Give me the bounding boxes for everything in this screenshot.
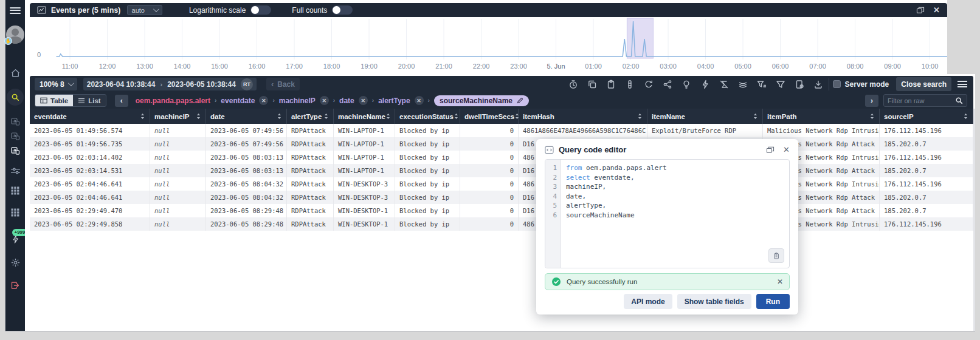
- bolt-icon[interactable]: [699, 78, 712, 91]
- breadcrumb-scroll-left[interactable]: ‹: [115, 95, 128, 107]
- breadcrumb-root-table[interactable]: oem.panda.paps.alert: [136, 97, 210, 105]
- no-group-icon[interactable]: [717, 78, 731, 91]
- sort-icon[interactable]: [277, 113, 282, 120]
- log-scale-toggle[interactable]: [250, 5, 271, 15]
- column-header-itemPath[interactable]: itemPath: [763, 109, 880, 124]
- back-button[interactable]: ‹Back: [266, 78, 300, 90]
- table-row[interactable]: 2023-06-05 02:29:49.470null2023-06-05 08…: [30, 204, 973, 217]
- filter-input[interactable]: [888, 97, 951, 104]
- log-scale-label: Logarithmic scale: [189, 6, 246, 15]
- data-search-1-icon[interactable]: [5, 117, 25, 126]
- home-icon[interactable]: [5, 68, 25, 78]
- realtime-badge[interactable]: RT: [241, 78, 253, 90]
- filter-values-icon[interactable]: [755, 78, 768, 91]
- copy-clipboard-icon[interactable]: [768, 248, 784, 263]
- breadcrumb-field-alertType[interactable]: alertType: [378, 97, 410, 105]
- breadcrumb-field-machineIP[interactable]: machineIP: [279, 97, 316, 105]
- full-counts-toggle[interactable]: [332, 5, 353, 15]
- table-row[interactable]: 2023-06-05 02:04:46.641null2023-06-05 08…: [30, 191, 973, 204]
- table-row[interactable]: 2023-06-05 02:03:14.402null2023-06-05 08…: [30, 151, 973, 164]
- data-search-2-icon[interactable]: [5, 131, 25, 141]
- sort-icon[interactable]: [963, 113, 968, 120]
- funnel-icon[interactable]: [774, 78, 787, 91]
- sort-icon[interactable]: [454, 113, 459, 120]
- column-header-executionStatus[interactable]: executionStatus: [395, 109, 460, 124]
- sort-icon[interactable]: [323, 113, 329, 120]
- zoom-selector[interactable]: 100% 8: [35, 78, 77, 90]
- share-nodes-icon[interactable]: [661, 78, 674, 91]
- sort-icon[interactable]: [869, 113, 875, 120]
- menu-icon[interactable]: [5, 5, 25, 15]
- close-icon[interactable]: ✕: [933, 5, 940, 15]
- history-icon[interactable]: [567, 78, 580, 91]
- run-button[interactable]: Run: [756, 294, 790, 309]
- column-header-machineName[interactable]: machineName: [334, 109, 395, 124]
- histogram-plot[interactable]: 0: [30, 17, 947, 63]
- activity-bolt-icon[interactable]: +999: [5, 234, 25, 244]
- interval-select[interactable]: auto: [127, 5, 162, 15]
- close-search-button[interactable]: Close search: [896, 77, 951, 91]
- column-header-itemHash[interactable]: itemHash: [519, 109, 647, 124]
- breadcrumb-scroll-right[interactable]: ›: [865, 95, 878, 107]
- column-header-alertType[interactable]: alertType: [287, 109, 334, 124]
- apps-grid-1-icon[interactable]: [5, 186, 25, 195]
- column-header-eventdate[interactable]: eventdate: [30, 109, 150, 124]
- server-mode-checkbox[interactable]: [833, 80, 841, 88]
- remove-field-icon[interactable]: ✕: [415, 96, 424, 105]
- column-header-machineIP[interactable]: machineIP: [150, 109, 206, 124]
- tab-list[interactable]: List: [73, 95, 105, 106]
- sort-icon[interactable]: [140, 113, 145, 120]
- remove-field-icon[interactable]: ✕: [320, 96, 329, 105]
- breadcrumb-field-eventdate[interactable]: eventdate: [221, 97, 255, 105]
- layers-icon[interactable]: [736, 78, 750, 91]
- table-row[interactable]: 2023-06-05 02:03:14.531null2023-06-05 08…: [30, 164, 973, 177]
- column-header-date[interactable]: date: [206, 109, 287, 124]
- code-line: date,: [566, 192, 667, 202]
- code-editor[interactable]: 123456 from oem.panda.paps.alertselect e…: [545, 159, 790, 268]
- remove-field-icon[interactable]: ✕: [359, 96, 368, 105]
- download-icon[interactable]: [812, 78, 825, 91]
- copy-icon[interactable]: [585, 78, 599, 91]
- search-icon[interactable]: [955, 97, 963, 104]
- menu-icon[interactable]: [958, 80, 967, 89]
- close-icon[interactable]: ✕: [783, 145, 790, 154]
- file-export-icon[interactable]: [793, 78, 806, 91]
- api-mode-button[interactable]: API mode: [624, 294, 672, 309]
- cell-date: 2023-06-05 07:49:56: [206, 137, 287, 151]
- sort-icon[interactable]: [385, 113, 391, 120]
- popout-window-icon[interactable]: [766, 146, 775, 154]
- column-header-dwellTimeSecs[interactable]: dwellTimeSecs: [460, 109, 519, 124]
- rotate-icon[interactable]: [642, 78, 655, 91]
- settings-gear-icon[interactable]: [5, 257, 25, 268]
- breadcrumb-field-date[interactable]: date: [339, 97, 354, 105]
- cell-executionStatus: Blocked by ip: [395, 151, 460, 164]
- sort-icon[interactable]: [637, 113, 643, 120]
- sort-icon[interactable]: [753, 113, 758, 120]
- show-table-fields-button[interactable]: Show table fields: [677, 294, 751, 309]
- idea-icon[interactable]: [680, 78, 693, 91]
- table-row[interactable]: 2023-06-05 01:49:56.574null2023-06-05 07…: [30, 124, 973, 137]
- cell-machineIP: null: [150, 151, 206, 164]
- columns-icon[interactable]: [623, 78, 637, 91]
- column-header-itemName[interactable]: itemName: [647, 109, 763, 124]
- data-search-3-icon[interactable]: [5, 146, 25, 155]
- column-header-sourceIP[interactable]: sourceIP: [880, 109, 973, 124]
- sort-icon[interactable]: [196, 113, 201, 120]
- table-row[interactable]: 2023-06-05 02:04:46.641null2023-06-05 08…: [30, 177, 973, 191]
- sliders-icon[interactable]: [5, 166, 25, 175]
- search-icon[interactable]: [5, 89, 25, 106]
- clipboard-icon[interactable]: [604, 78, 618, 91]
- apps-grid-2-icon[interactable]: [5, 208, 25, 217]
- popout-window-icon[interactable]: [916, 7, 925, 14]
- avatar[interactable]: ✋: [5, 25, 25, 44]
- vertical-scrollbar[interactable]: [973, 109, 975, 331]
- edit-pencil-icon[interactable]: [517, 97, 523, 104]
- remove-field-icon[interactable]: ✕: [259, 96, 268, 105]
- table-row[interactable]: 2023-06-05 01:49:56.735null2023-06-05 07…: [30, 137, 973, 151]
- breadcrumb-active-field[interactable]: sourceMachineName: [434, 95, 529, 106]
- logout-icon[interactable]: [5, 280, 25, 290]
- close-icon[interactable]: ✕: [777, 277, 783, 286]
- tab-table[interactable]: Table: [35, 95, 73, 106]
- date-range[interactable]: 2023-06-04 10:38:44 › 2023-06-05 10:38:4…: [83, 78, 257, 90]
- table-row[interactable]: 2023-06-05 02:29:49.858null2023-06-05 08…: [30, 217, 973, 231]
